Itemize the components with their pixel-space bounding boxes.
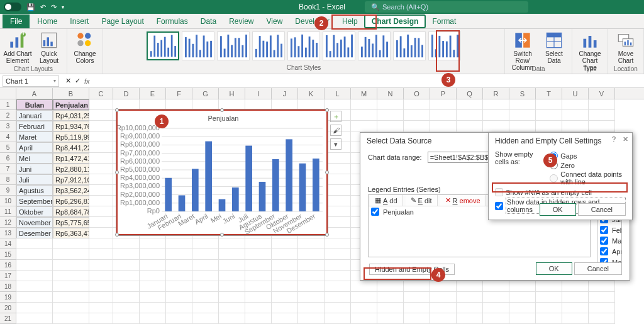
change-chart-type-button[interactable]: Change Chart Type <box>575 30 605 65</box>
cell[interactable] <box>483 110 509 121</box>
cell[interactable] <box>272 260 298 271</box>
column-header[interactable]: F <box>166 88 192 99</box>
cell[interactable] <box>192 271 219 281</box>
tab-file[interactable]: File <box>3 14 30 28</box>
cell[interactable] <box>509 313 536 324</box>
row-header[interactable]: 12 <box>0 217 16 228</box>
cell[interactable] <box>509 303 536 313</box>
cell[interactable] <box>140 303 166 313</box>
cell[interactable]: April <box>16 142 53 153</box>
tab-view[interactable]: View <box>260 14 289 28</box>
cell[interactable] <box>113 281 140 292</box>
cell[interactable] <box>325 281 351 292</box>
cell[interactable] <box>404 303 430 313</box>
cell[interactable] <box>325 292 351 303</box>
cell[interactable] <box>140 313 166 324</box>
tab-data[interactable]: Data <box>194 14 223 28</box>
cell[interactable] <box>536 281 562 292</box>
qat-dropdown-icon[interactable]: ▾ <box>62 4 64 10</box>
cell[interactable] <box>351 99 377 110</box>
row-header[interactable]: 5 <box>0 142 16 153</box>
cell[interactable] <box>562 110 589 121</box>
cell[interactable] <box>53 271 89 281</box>
cell[interactable] <box>536 121 562 131</box>
cell[interactable] <box>272 99 298 110</box>
row-header[interactable]: 20 <box>0 303 16 313</box>
cell[interactable] <box>272 303 298 313</box>
cell[interactable] <box>89 153 113 164</box>
cell[interactable] <box>140 238 166 249</box>
list-item[interactable]: Maret <box>597 235 621 246</box>
cell[interactable] <box>113 249 140 260</box>
cell[interactable] <box>298 99 325 110</box>
cell[interactable] <box>457 110 483 121</box>
cell[interactable] <box>140 249 166 260</box>
cell[interactable] <box>219 281 245 292</box>
cell[interactable] <box>589 281 615 292</box>
cell[interactable] <box>140 271 166 281</box>
cell[interactable] <box>404 292 430 303</box>
cell[interactable] <box>377 313 404 324</box>
list-item[interactable]: April <box>597 246 621 257</box>
tab-developer[interactable]: Developer <box>289 14 336 28</box>
cell[interactable] <box>536 99 562 110</box>
cell[interactable]: Juli <box>16 174 53 185</box>
cell[interactable] <box>89 281 113 292</box>
cell[interactable] <box>562 303 589 313</box>
cell[interactable] <box>377 281 404 292</box>
cell[interactable] <box>113 260 140 271</box>
cell[interactable] <box>166 238 192 249</box>
cell[interactable] <box>457 303 483 313</box>
cell[interactable] <box>404 281 430 292</box>
chart-style-thumb[interactable] <box>147 31 179 60</box>
save-icon[interactable]: 💾 <box>26 3 35 11</box>
cell[interactable] <box>351 281 377 292</box>
cell[interactable] <box>89 121 113 131</box>
cell[interactable] <box>245 303 272 313</box>
cell[interactable] <box>298 292 325 303</box>
hidden-ok-button[interactable]: OK <box>540 203 576 216</box>
dialog-help-icon[interactable]: ? <box>612 135 616 143</box>
cell[interactable] <box>219 313 245 324</box>
cell[interactable] <box>166 271 192 281</box>
cell[interactable] <box>53 292 89 303</box>
cell[interactable] <box>325 313 351 324</box>
tab-insert[interactable]: Insert <box>64 14 95 28</box>
cell[interactable] <box>457 281 483 292</box>
chart-filters-button[interactable]: ▾ <box>330 138 341 150</box>
cell[interactable] <box>245 238 272 249</box>
column-header[interactable]: D <box>113 88 140 99</box>
cell[interactable] <box>192 249 219 260</box>
cell[interactable] <box>483 99 509 110</box>
cell[interactable]: Rp1,472,418 <box>53 153 89 164</box>
cell[interactable] <box>377 303 404 313</box>
cell[interactable] <box>589 110 615 121</box>
chart-style-thumb[interactable] <box>393 31 426 60</box>
cell[interactable]: Penjualan <box>53 99 89 110</box>
chart-style-thumb[interactable] <box>358 31 391 60</box>
remove-series-button[interactable]: ✕ Remove <box>440 195 486 206</box>
category-checkbox[interactable] <box>600 237 608 245</box>
cell[interactable]: Rp2,880,117 <box>53 164 89 174</box>
column-header[interactable]: E <box>140 88 166 99</box>
quick-layout-button[interactable]: Quick Layout <box>34 30 64 65</box>
add-series-button[interactable]: ▦ Add <box>370 195 403 206</box>
cell[interactable] <box>298 303 325 313</box>
category-checkbox[interactable] <box>600 226 608 234</box>
row-header[interactable]: 15 <box>0 249 16 260</box>
select-data-button[interactable]: Select Data <box>539 30 569 65</box>
column-header[interactable]: V <box>589 88 615 99</box>
cell[interactable] <box>219 292 245 303</box>
cell[interactable] <box>53 303 89 313</box>
cell[interactable] <box>536 303 562 313</box>
select-data-cancel-button[interactable]: Cancel <box>574 262 622 275</box>
chart-object[interactable]: PenjualanRp0Rp1,000,000Rp2,000,000Rp3,00… <box>116 109 328 235</box>
column-header[interactable]: L <box>325 88 351 99</box>
cell[interactable] <box>89 164 113 174</box>
cell[interactable] <box>166 292 192 303</box>
row-header[interactable]: 17 <box>0 271 16 281</box>
cell[interactable] <box>166 260 192 271</box>
column-header[interactable]: P <box>430 88 457 99</box>
cell[interactable]: Rp6,296,813 <box>53 196 89 206</box>
undo-icon[interactable]: ↶ <box>40 3 46 11</box>
